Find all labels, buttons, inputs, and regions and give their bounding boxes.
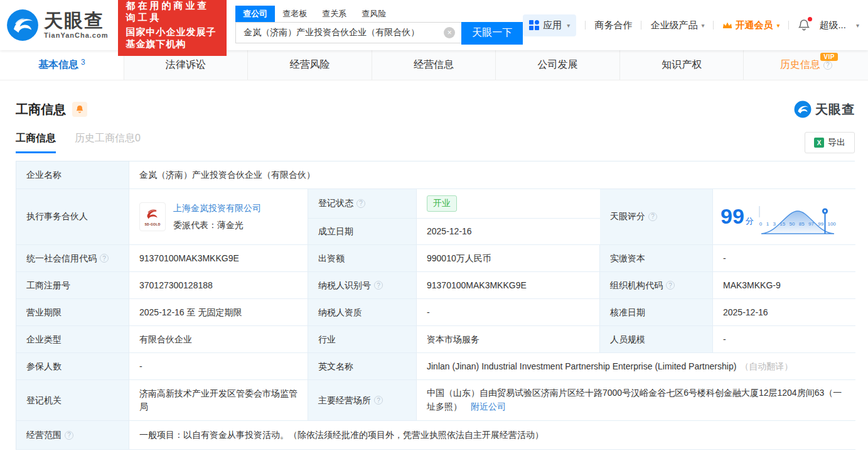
business-scope-value: 一般项目：以自有资金从事投资活动。（除依法须经批准的项目外，凭营业执照依法自主开…	[129, 421, 855, 450]
org-code-value: MAK3MKKG-9	[713, 272, 855, 299]
bell-icon	[75, 105, 84, 114]
reg-status-value: 开业	[417, 189, 600, 219]
nearby-companies-link[interactable]: 附近公司	[471, 401, 506, 412]
search-button[interactable]: 天眼一下	[461, 22, 523, 45]
top-header: 天眼查 TianYanCha.com 都在用的商业查询工具 国家中小企业发展子基…	[0, 0, 868, 50]
status-date-stack: 登记状态 ? 开业 成立日期 2025-12-16	[308, 189, 600, 245]
subscribe-bell-button[interactable]	[72, 102, 87, 117]
reg-authority-value: 济南高新技术产业开发区管委会市场监管局	[129, 380, 308, 421]
score-unit: 分	[746, 216, 754, 226]
table-row: 企业名称 金岚（济南）产业投资合伙企业（有限合伙）	[16, 161, 854, 189]
search-tab-risk[interactable]: 查风险	[354, 6, 394, 22]
exec-partner-label: 执行事务合伙人	[16, 189, 129, 245]
promo-banner-line2: 国家中小企业发展子基金旗下机构	[126, 26, 219, 50]
tab-operation-info[interactable]: 经营信息	[372, 50, 496, 80]
help-icon[interactable]: ?	[374, 396, 383, 405]
status-badge: 开业	[427, 195, 457, 212]
section-header: 工商信息 天眼查	[16, 101, 855, 118]
help-icon[interactable]: ?	[666, 281, 675, 290]
tab-operation-label: 经营信息	[414, 58, 454, 72]
table-row: 执行事务合伙人 SD-GOLD 上海金岚投资有限公司	[16, 189, 854, 245]
sd-gold-logo-icon	[144, 206, 161, 222]
nav-business-cooperation[interactable]: 商务合作	[594, 19, 632, 31]
est-date-value: 2025-12-16	[417, 219, 600, 246]
help-icon[interactable]: ?	[374, 281, 383, 290]
tianyancha-logo[interactable]: 天眼查 TianYanCha.com	[6, 9, 108, 41]
help-icon[interactable]: ?	[100, 254, 109, 263]
search-input-wrap: ×	[235, 22, 461, 45]
reg-status-label: 登记状态 ?	[308, 189, 417, 219]
tab-company-development[interactable]: 公司发展	[496, 50, 620, 80]
tab-legal-label: 法律诉讼	[166, 58, 206, 72]
industry-label: 行业	[308, 326, 417, 353]
notification-bell[interactable]	[798, 19, 810, 31]
help-icon[interactable]: ?	[65, 431, 73, 440]
tab-ip-label: 知识产权	[662, 58, 702, 72]
search-area: 查公司 查老板 查关系 查风险 × 天眼一下	[235, 6, 523, 45]
partner-company-link[interactable]: 上海金岚投资有限公司	[173, 203, 261, 213]
score-chart: 0131550859799100	[759, 205, 837, 228]
business-term-label: 营业期限	[16, 299, 129, 326]
auto-translate-note: （自动翻译）	[740, 360, 793, 374]
search-tab-relation[interactable]: 查关系	[314, 6, 354, 22]
search-tab-boss[interactable]: 查老板	[275, 6, 314, 22]
table-row: 统一社会信用代码 ? 91370100MAK3MKKG9E 出资额 990010…	[16, 245, 854, 272]
help-icon[interactable]: ?	[823, 61, 832, 70]
taxpayer-id-value: 91370100MAK3MKKG9E	[417, 272, 600, 299]
contribution-value: 990010万人民币	[417, 245, 600, 272]
main-location-value: 中国（山东）自由贸易试验区济南片区经十路7000号汉峪金谷七区6号楼科创金融大厦…	[417, 380, 855, 421]
insured-count-value: -	[129, 353, 308, 380]
partner-logo-caption: SD-GOLD	[144, 222, 160, 227]
subtab-business-info[interactable]: 工商信息	[16, 132, 56, 153]
company-type-value: 有限合伙企业	[129, 326, 308, 353]
apps-label: 应用	[543, 19, 562, 31]
credit-code-label: 统一社会信用代码 ?	[16, 245, 129, 272]
help-icon[interactable]: ?	[356, 199, 365, 208]
nav-business-label: 商务合作	[594, 19, 632, 31]
english-name-label: 英文名称	[308, 353, 417, 380]
caret-down-icon: ▾	[567, 22, 570, 29]
promo-banner[interactable]: 都在用的商业查询工具 国家中小企业发展子基金旗下机构	[118, 0, 227, 56]
est-date-label: 成立日期	[308, 219, 417, 246]
subtab-history-business-info[interactable]: 历史工商信息0	[75, 132, 141, 153]
reg-number-label: 工商注册号	[16, 272, 129, 299]
page: 天眼查 TianYanCha.com 都在用的商业查询工具 国家中小企业发展子基…	[0, 0, 868, 458]
table-row: 工商注册号 370127300128188 纳税人识别号 ? 91370100M…	[16, 272, 854, 299]
tab-intellectual-property[interactable]: 知识产权	[620, 50, 744, 80]
business-info-table: 企业名称 金岚（济南）产业投资合伙企业（有限合伙） 执行事务合伙人	[16, 161, 855, 450]
nav-enterprise-products[interactable]: 企业级产品 ▾	[650, 19, 704, 31]
table-row: 登记机关 济南高新技术产业开发区管委会市场监管局 主要经营场所 ? 中国（山东）…	[16, 380, 854, 421]
partner-company-logo[interactable]: SD-GOLD	[139, 202, 166, 231]
nav-divider	[788, 21, 789, 30]
excel-icon: X	[814, 138, 824, 148]
apps-menu[interactable]: 应用 ▾	[523, 14, 576, 36]
caret-down-icon: ▾	[701, 22, 704, 29]
industry-value: 资本市场服务	[417, 326, 600, 353]
apps-grid-icon	[529, 20, 539, 30]
score-value[interactable]: 99分	[713, 189, 855, 245]
promo-banner-line1: 都在用的商业查询工具	[126, 0, 219, 24]
content: 工商信息 天眼查 工商信息 历史工商信息0 X 导出	[0, 101, 868, 450]
tab-history-info[interactable]: 历史信息 ? VIP	[744, 50, 868, 80]
search-tab-company[interactable]: 查公司	[235, 6, 275, 22]
tab-operation-risk[interactable]: 经营风险	[248, 50, 372, 80]
staff-size-value: -	[713, 326, 855, 353]
tab-basic-info-count: 3	[81, 58, 85, 67]
nav-vip-label: 开通会员	[735, 19, 773, 31]
logo-text: 天眼查 TianYanCha.com	[44, 11, 108, 39]
export-button[interactable]: X 导出	[805, 132, 855, 153]
search-tabs: 查公司 查老板 查关系 查风险	[235, 6, 523, 22]
section-title: 工商信息	[16, 101, 66, 118]
search-input[interactable]	[235, 22, 461, 43]
caret-down-icon[interactable]: ▾	[856, 22, 859, 29]
approval-date-label: 核准日期	[600, 299, 713, 326]
company-name-value: 金岚（济南）产业投资合伙企业（有限合伙）	[129, 161, 855, 189]
table-row: 经营范围 ? 一般项目：以自有资金从事投资活动。（除依法须经批准的项目外，凭营业…	[16, 421, 854, 450]
subtab-row: 工商信息 历史工商信息0 X 导出	[16, 132, 855, 153]
help-icon[interactable]: ?	[648, 212, 657, 221]
nav-open-vip[interactable]: 开通会员 ▾	[722, 19, 780, 31]
clear-icon[interactable]: ×	[444, 27, 455, 38]
tab-basic-info[interactable]: 基本信息 3	[0, 50, 124, 80]
nav-user-account[interactable]: 超级...	[819, 19, 846, 31]
score-label: 天眼评分 ?	[600, 189, 713, 245]
